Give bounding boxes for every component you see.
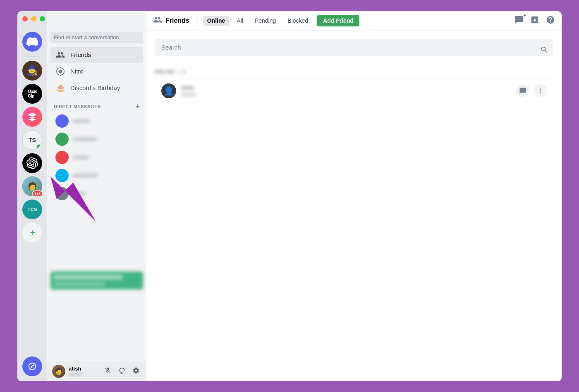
server-icon-openai[interactable] [22, 153, 42, 173]
direct-messages-header: DIRECT MESSAGES + [47, 96, 146, 112]
tab-blocked[interactable]: Blocked [283, 16, 312, 26]
dm-user-1[interactable]: •••••••• [50, 112, 143, 130]
friend-name: •••••• [181, 84, 516, 91]
birthday-nav-item[interactable]: 🎂 Discord's Birthday [50, 80, 143, 96]
dm-username-2: •••••••••••• [73, 136, 97, 143]
birthday-icon: 🎂 [55, 83, 65, 93]
minimize-button[interactable] [31, 16, 36, 21]
server-icon-opus[interactable]: OpusClip [22, 84, 42, 104]
online-indicator [36, 144, 42, 150]
main-header: Friends Online All Pending Blocked Add F… [146, 11, 562, 31]
user-panel: 🧑 atish •••••••• [47, 361, 146, 381]
settings-button[interactable] [131, 365, 141, 378]
tab-all[interactable]: All [232, 16, 247, 26]
tcn-label: TCN [28, 207, 37, 212]
tab-pending[interactable]: Pending [251, 16, 280, 26]
find-conversation-search[interactable] [50, 32, 143, 43]
dm-sidebar: Friends Nitro 🎂 Discord's Birthday DIREC… [47, 11, 146, 381]
maximize-button[interactable] [40, 16, 45, 21]
svg-point-1 [58, 69, 62, 73]
dm-section-label: DIRECT MESSAGES [54, 104, 101, 109]
friends-label: Friends [70, 51, 91, 58]
friend-row[interactable]: 👤 •••••• Online [155, 78, 553, 103]
birthday-label: Discord's Birthday [70, 84, 120, 91]
dm-avatar-2 [55, 133, 69, 146]
username: atish [69, 366, 99, 372]
user-avatar: 🧑 [52, 365, 65, 378]
new-dm-plus-icon: + [524, 13, 526, 18]
friends-content: ONLINE — 1 👤 •••••• Online [146, 31, 562, 381]
friend-info: •••••• Online [181, 84, 516, 97]
server-icon-profile[interactable]: 🧑 118 [22, 176, 42, 196]
close-button[interactable] [22, 16, 28, 21]
dm-user-2[interactable]: •••••••••••• [50, 130, 143, 148]
friend-status: Online [181, 91, 516, 97]
new-group-dm-button[interactable]: + [514, 15, 524, 26]
dm-avatar-5 [55, 187, 69, 200]
ts-label: TS [29, 137, 36, 143]
main-content: Friends Online All Pending Blocked Add F… [146, 11, 562, 381]
server-icon-gradient[interactable] [22, 107, 42, 127]
friends-header-icon [153, 15, 162, 26]
add-dm-button[interactable]: + [135, 103, 140, 110]
user-status: •••••••• [69, 372, 99, 377]
header-divider [196, 16, 196, 26]
online-count: ONLINE — 1 [155, 69, 553, 75]
dm-username-4: •••••••••••• [73, 172, 97, 179]
bottom-chat-preview [50, 271, 143, 290]
deafen-button[interactable] [117, 365, 127, 378]
dm-user-5[interactable]: •••••• [50, 185, 143, 203]
help-button[interactable] [546, 15, 555, 26]
server-divider [26, 56, 39, 57]
search-input[interactable] [54, 34, 140, 40]
tab-online[interactable]: Online [203, 16, 230, 26]
friends-search-input[interactable] [155, 39, 553, 56]
dm-username-5: •••••• [73, 190, 85, 197]
explore-button[interactable] [22, 356, 42, 376]
server-icon-1[interactable]: 🧙 [22, 61, 42, 81]
add-server-button[interactable]: + [22, 223, 42, 242]
friend-actions [516, 84, 547, 97]
friend-avatar: 👤 [161, 83, 176, 98]
user-info: atish •••••••• [69, 366, 99, 377]
add-friend-button[interactable]: Add Friend [317, 15, 359, 26]
dm-avatar-1 [55, 114, 69, 128]
notification-badge: 118 [32, 190, 43, 197]
server-icon-tcn[interactable]: TCN [22, 200, 42, 219]
dm-avatar-4 [55, 169, 69, 182]
header-actions: + [514, 15, 555, 26]
friends-icon [55, 50, 65, 60]
dm-user-4[interactable]: •••••••••••• [50, 166, 143, 185]
dm-user-3[interactable]: •••••••• [50, 148, 143, 166]
dm-username-1: •••••••• [73, 118, 89, 124]
more-options-button[interactable] [534, 84, 547, 97]
mute-button[interactable] [103, 365, 113, 378]
dm-username-3: •••••••• [73, 154, 89, 161]
search-wrapper [155, 39, 553, 62]
nitro-icon [55, 67, 65, 76]
friends-nav-item[interactable]: Friends [50, 47, 143, 63]
server-icon-ts[interactable]: TS [22, 130, 42, 150]
dm-avatar-3 [55, 151, 69, 164]
message-friend-button[interactable] [516, 84, 529, 97]
inbox-button[interactable] [530, 15, 539, 26]
nitro-nav-item[interactable]: Nitro [50, 63, 143, 80]
server-sidebar: 🧙 OpusClip TS 🧑 118 [17, 11, 47, 381]
nitro-label: Nitro [70, 68, 84, 75]
header-title: Friends [165, 17, 189, 24]
discord-home-button[interactable] [22, 32, 42, 52]
user-controls [103, 365, 141, 378]
